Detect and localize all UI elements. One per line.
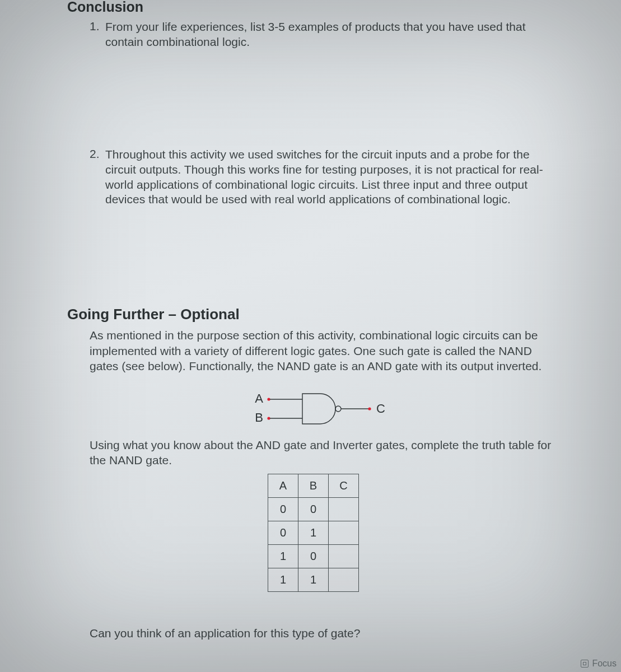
conclusion-list: 2. Throughout this activity we used swit…: [67, 147, 559, 208]
col-header: C: [329, 474, 359, 497]
gate-input-b-label: B: [255, 410, 263, 424]
spacer: [67, 53, 559, 147]
section-heading-conclusion: Conclusion: [67, 0, 559, 15]
nand-gate-body-icon: [302, 394, 335, 424]
col-header: B: [298, 474, 329, 497]
col-header: A: [268, 474, 298, 497]
conclusion-list: 1. From your life experiences, list 3-5 …: [67, 20, 559, 50]
nand-gate-diagram: A B C: [67, 387, 559, 432]
cell: 1: [298, 568, 329, 591]
spacer: [67, 211, 559, 295]
inversion-bubble-icon: [335, 406, 341, 412]
wire-node-icon: [267, 417, 270, 420]
table-row: 0 1: [268, 521, 359, 544]
list-text: From your life experiences, list 3-5 exa…: [105, 20, 559, 50]
gate-output-c-label: C: [376, 402, 385, 416]
list-item: 2. Throughout this activity we used swit…: [90, 147, 559, 208]
cell: 0: [298, 544, 329, 568]
wire-node-icon: [368, 408, 371, 410]
cell: 0: [268, 497, 298, 521]
cell: 1: [268, 568, 298, 591]
cell[interactable]: [329, 544, 359, 568]
table-row: A B C: [268, 474, 359, 497]
table-row: 1 0: [268, 544, 359, 568]
spacer: [67, 592, 559, 626]
cell[interactable]: [329, 568, 359, 591]
section-heading-going-further: Going Further – Optional: [67, 306, 559, 323]
list-number: 2.: [90, 147, 105, 161]
list-item: 1. From your life experiences, list 3-5 …: [90, 20, 559, 50]
document-page: Conclusion 1. From your life experiences…: [0, 0, 621, 641]
cell: 0: [268, 521, 298, 544]
focus-mode-button[interactable]: Focus: [581, 659, 617, 669]
going-further-intro: As mentioned in the purpose section of t…: [67, 328, 559, 374]
going-further-instruction: Using what you know about the AND gate a…: [67, 437, 559, 468]
going-further-closing: Can you think of an application for this…: [67, 626, 559, 641]
cell[interactable]: [329, 521, 359, 544]
list-text: Throughout this activity we used switche…: [105, 147, 559, 208]
table-row: 0 0: [268, 497, 359, 521]
cell: 0: [298, 497, 329, 521]
spacer: [67, 374, 559, 380]
truth-table: A B C 0 0 0 1 1 0 1 1: [268, 474, 359, 592]
wire-node-icon: [267, 398, 270, 401]
list-number: 1.: [90, 20, 105, 33]
cell: 1: [268, 544, 298, 568]
focus-icon: [581, 660, 589, 668]
focus-label: Focus: [592, 659, 617, 669]
truth-table-wrap: A B C 0 0 0 1 1 0 1 1: [67, 474, 559, 592]
cell[interactable]: [329, 497, 359, 521]
cell: 1: [298, 521, 329, 544]
gate-input-a-label: A: [255, 391, 263, 405]
table-row: 1 1: [268, 568, 359, 591]
